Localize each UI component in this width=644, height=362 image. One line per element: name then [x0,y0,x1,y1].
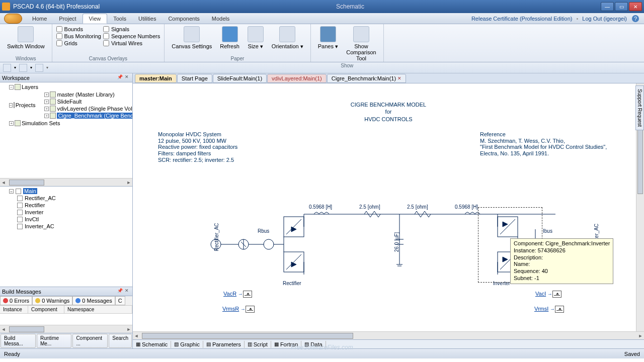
chk-vwires[interactable]: Virtual Wires [103,40,160,46]
chk-bounds[interactable]: Bounds [56,26,101,32]
release-text[interactable]: Release Certificate (Professional Editio… [471,16,573,22]
close-panel-icon[interactable]: ✕ [123,74,130,81]
view-parameters[interactable]: ▤ Parameters [203,341,245,348]
group-windows-label: Windows [4,55,48,62]
msg-hscroll[interactable]: ◄► [0,325,132,333]
canvas-settings-button[interactable]: Canvas Settings [169,25,215,50]
workspace-header: Workspace 📌 ✕ [0,73,132,82]
doc-tab[interactable]: SlideFault:Main(1) [213,74,267,83]
refresh-button[interactable]: Refresh [217,25,243,50]
ribbon: Switch Window Windows Bounds Bus Monitor… [0,24,644,62]
comparison-icon [353,26,369,42]
menu-project[interactable]: Project [53,14,82,23]
schematic-canvas[interactable]: CIGRE BENCHMARK MODEL for HVDC CONTROLS … [133,83,644,331]
panes-button[interactable]: Panes ▾ [315,25,341,51]
chk-signals[interactable]: Signals [103,26,160,32]
canvas-hscroll[interactable]: ◄► [133,331,644,339]
qat-new[interactable] [3,64,11,72]
hier-item[interactable]: InvCtl [1,216,131,223]
menu-bar: Home Project View Tools Utilities Compon… [0,13,644,24]
menu-home[interactable]: Home [26,14,53,23]
meter-vrmsr[interactable]: VrmsR → [222,306,255,313]
view-script[interactable]: ▥ Script [245,341,271,348]
label-R2: 2.5 [ohm] [407,204,428,210]
app-title: PSCAD 4.6 (64-bit) Professional [13,3,100,10]
file-orb[interactable] [4,14,22,24]
chk-busmon[interactable]: Bus Monitoring [56,33,101,39]
bottom-tab-search[interactable]: Search [109,334,132,348]
orientation-icon [279,26,295,42]
logout-link[interactable]: Log Out (igeorgei) [582,16,627,22]
label-L2: 0.5968 [H] [455,204,478,210]
tab-close-icon[interactable]: ✕ [397,76,401,81]
warnings-tab[interactable]: 0 Warnings [32,296,72,305]
meter-vacr[interactable]: VacR → [223,291,252,298]
status-right: Saved [624,351,640,357]
meter-vrmsi[interactable]: VrmsI → [534,306,564,313]
comparison-button[interactable]: Show Comparison Tool [343,25,379,62]
build-header: Build Messages 📌 ✕ [0,287,132,296]
qat-undo[interactable] [35,64,43,72]
chk-seqnum[interactable]: Sequence Numbers [103,33,160,39]
bottom-tab-build[interactable]: Build Messa... [1,334,36,348]
close-button[interactable]: ✕ [629,2,642,11]
view-schematic[interactable]: ▦ Schematic [133,341,171,348]
minimize-button[interactable]: — [601,2,614,11]
menu-utilities[interactable]: Utilities [132,14,162,23]
bottom-tab-component[interactable]: Component ... [72,334,108,348]
hierarchy-tree[interactable]: −Main Rectifier_AC Rectifier Inverter In… [0,186,132,287]
menu-components[interactable]: Components [162,14,205,23]
tree-item-selected[interactable]: +Cigre_Benchmark (Cigre Benchmark, 12 p [44,112,132,119]
menu-view[interactable]: View [83,14,108,24]
maximize-button[interactable]: ▭ [615,2,628,11]
menu-tools[interactable]: Tools [107,14,132,23]
pin-icon[interactable]: 📌 [116,74,123,81]
size-button[interactable]: Size ▾ [245,25,267,51]
group-paper-label: Paper [169,55,306,62]
hier-item[interactable]: Inverter_AC [1,223,131,230]
component-tooltip: Component: Cigre_Benchmark:InverterInsta… [510,238,613,284]
canvas-view-tabs: ▦ Schematic ▧ Graphic ▤ Parameters ▥ Scr… [133,339,644,348]
doc-tab[interactable]: master:Main [135,74,177,83]
group-show-label: Show [315,62,379,69]
hier-item[interactable]: Rectifier [1,202,131,209]
doc-tab[interactable]: vdivLayered:Main(1) [267,74,327,83]
msg-body [0,314,132,325]
tree-item[interactable]: +SlideFault [44,98,132,105]
msg-columns: Instance Component Namespace [0,306,132,314]
label-rectifier: Rectifier [283,281,301,286]
hier-item[interactable]: Rectifier_AC [1,195,131,202]
watermark: FreeSoftwareFiles.com [291,344,353,351]
qat-save[interactable] [19,64,27,72]
view-graphic[interactable]: ▧ Graphic [171,341,203,348]
label-R1: 2.5 [ohm] [359,204,380,210]
pin-icon[interactable]: 📌 [116,288,123,295]
doc-tab[interactable]: Start Page [177,74,212,83]
messages-tab[interactable]: 0 Messages [72,296,115,305]
close-panel-icon[interactable]: ✕ [123,288,130,295]
support-request-tab[interactable]: Support Request [635,85,644,130]
size-icon [248,26,264,42]
bottom-tab-runtime[interactable]: Runtime Me... [37,334,71,348]
schematic-title: CIGRE BENCHMARK MODEL for HVDC CONTROLS [351,101,426,123]
meter-vaci[interactable]: VacI → [535,291,561,298]
orientation-button[interactable]: Orientation ▾ [269,25,306,51]
info-right: Reference M. Szechtman, T. Wess, C.V. Th… [480,131,607,157]
label-rectifier-ac: Rectifier_AC [214,223,219,251]
status-left: Ready [4,351,20,357]
switch-window-button[interactable]: Switch Window [4,25,48,50]
svg-point-2 [264,239,274,249]
label-cap: 26.0 [uF] [394,232,399,252]
help-icon[interactable]: ? [632,15,639,22]
hier-item[interactable]: Inverter [1,209,131,216]
doc-tab[interactable]: Cigre_Benchmark:Main(1)✕ [327,74,406,83]
tree-item[interactable]: +vdivLayered (Single Phase Voltage Divid… [44,105,132,112]
menu-models[interactable]: Models [206,14,235,23]
errors-tab[interactable]: 0 Errors [0,296,32,305]
tree-item[interactable]: +master (Master Library) [44,91,132,98]
c-tab[interactable]: C [115,296,125,305]
label-rbus: Rbus [258,228,269,234]
tree-hscroll[interactable]: ◄► [0,178,132,186]
chk-grids[interactable]: Grids [56,40,101,46]
project-tree[interactable]: −Layers −Projects +master (Master Librar… [0,82,132,178]
